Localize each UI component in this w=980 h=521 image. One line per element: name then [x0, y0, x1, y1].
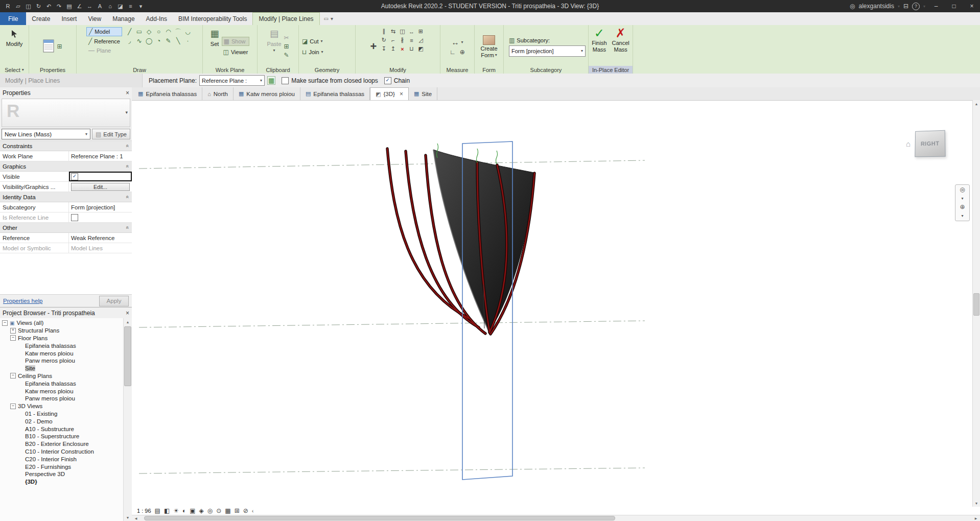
tree-item[interactable]: Epifaneia thalassas: [0, 380, 124, 387]
search-icon[interactable]: ◎: [850, 3, 855, 10]
aligned-dimension-tool-icon[interactable]: ⊕: [460, 49, 465, 56]
default-3d-view-icon[interactable]: ⌂: [105, 2, 115, 11]
make-surface-checkbox[interactable]: [282, 77, 289, 84]
open-icon[interactable]: ▱: [13, 2, 23, 11]
delete-icon[interactable]: ×: [398, 44, 407, 53]
offset-icon[interactable]: ⇆: [388, 27, 398, 36]
collapse-icon[interactable]: ‹: [252, 508, 254, 514]
redo-icon[interactable]: ↷: [54, 2, 64, 11]
tree-item[interactable]: 02 - Demo: [0, 417, 124, 425]
measure-button[interactable]: ↔ ▾: [450, 37, 464, 47]
polygon-icon[interactable]: ◇: [144, 27, 154, 36]
expander-plus-icon[interactable]: +: [10, 328, 16, 334]
tree-item[interactable]: 01 - Existing: [0, 410, 124, 418]
finish-mass-button[interactable]: ✓ FinishMass: [592, 27, 606, 66]
property-value[interactable]: Reference Plane : 1: [69, 151, 132, 161]
match-type-icon[interactable]: ✎: [284, 52, 289, 59]
property-value[interactable]: ✓: [69, 172, 132, 181]
view-tab--3d-[interactable]: ◩{3D}×: [370, 87, 409, 100]
chain-checkbox[interactable]: ✓: [384, 77, 391, 84]
rectangle-icon[interactable]: ▭: [134, 27, 144, 36]
expander-minus-icon[interactable]: −: [2, 320, 8, 326]
shadows-icon[interactable]: ◐: [182, 507, 186, 514]
array-icon[interactable]: ≡: [407, 36, 416, 44]
ribbon-tab-view[interactable]: View: [82, 12, 107, 25]
expander-minus-icon[interactable]: −: [10, 404, 16, 409]
collapse-chevron-icon[interactable]: «: [125, 226, 131, 229]
help-caret-icon[interactable]: ▾: [923, 4, 925, 9]
align-icon[interactable]: ∥: [379, 27, 388, 36]
vertical-scrollbar[interactable]: ▲ ▼: [972, 100, 980, 507]
tree-item[interactable]: Site: [0, 365, 124, 372]
properties-section[interactable]: Identity Data«: [0, 192, 132, 202]
scroll-right-icon[interactable]: ▶: [973, 515, 979, 521]
zoom-icon[interactable]: ⊕: [960, 204, 965, 210]
visual-style-icon[interactable]: ◧: [164, 507, 170, 514]
scrollbar-thumb[interactable]: [124, 326, 131, 386]
unpin-icon[interactable]: ↥: [388, 44, 398, 53]
center-ends-arc-icon[interactable]: ⌒: [173, 27, 183, 36]
drawing-canvas[interactable]: ⌂ RIGHT ◎▾⊕▾: [132, 101, 973, 506]
paste-button[interactable]: ▤ Paste ▾: [267, 27, 281, 66]
ribbon-tab-add-ins[interactable]: Add-Ins: [141, 12, 173, 25]
aligned-dimension-icon[interactable]: ↔: [85, 2, 95, 11]
properties-section[interactable]: Graphics«: [0, 161, 132, 172]
rotate-icon[interactable]: ↻: [379, 36, 388, 44]
tree-item[interactable]: Katw meros ploiou: [0, 349, 124, 357]
type-preview[interactable]: R ▾: [2, 99, 130, 127]
temporary-hide-isolate-icon[interactable]: ◎: [207, 507, 213, 514]
tree-item[interactable]: Panw meros ploiou: [0, 395, 124, 402]
join-geometry-icon[interactable]: ⊔: [407, 44, 416, 53]
show-workplane-button[interactable]: ▦Show: [222, 37, 250, 46]
fillet-arc-icon[interactable]: ◞: [125, 36, 134, 45]
cut-to-clipboard-icon[interactable]: ✂: [284, 34, 289, 41]
section-icon[interactable]: ◪: [115, 2, 125, 11]
circle-icon[interactable]: ○: [154, 27, 164, 36]
family-types-icon[interactable]: ⊞: [57, 43, 62, 50]
properties-close-icon[interactable]: ×: [126, 89, 129, 97]
scroll-up-icon[interactable]: ▲: [973, 100, 980, 107]
collapse-chevron-icon[interactable]: «: [125, 196, 131, 199]
preview-caret-icon[interactable]: ▾: [125, 110, 128, 115]
trim-icon[interactable]: ⌐: [388, 36, 398, 44]
save-icon[interactable]: ◫: [24, 2, 33, 11]
property-value[interactable]: Edit...: [69, 182, 132, 192]
scale-icon[interactable]: ◿: [416, 36, 425, 44]
tangent-arc-icon[interactable]: ◡: [183, 27, 193, 36]
view-tab-epifaneia-thalassas[interactable]: ▤Epifaneia thalassas: [300, 87, 370, 100]
view-tab-site[interactable]: ▦Site: [409, 87, 437, 100]
tree-item[interactable]: B20 - Exterior Enclosure: [0, 440, 124, 448]
ribbon-collapse-icon[interactable]: ▾: [331, 16, 333, 21]
displaced-elements-icon[interactable]: ⊞: [235, 507, 240, 514]
edit-button[interactable]: Edit...: [71, 183, 130, 191]
apply-button[interactable]: Apply: [99, 296, 129, 306]
type-selector-dropdown[interactable]: New Lines (Mass) ▾: [2, 129, 90, 139]
point-icon[interactable]: ·: [183, 36, 193, 45]
tree-item[interactable]: −3D Views: [0, 402, 124, 410]
tree-item[interactable]: A10 - Substructure: [0, 425, 124, 433]
constraints-icon[interactable]: ⊘: [243, 507, 248, 514]
viewcube-home-icon[interactable]: ⌂: [906, 139, 911, 148]
crop-view-icon[interactable]: ▣: [190, 507, 195, 514]
measure-icon[interactable]: ∠: [75, 2, 84, 11]
thin-lines-icon[interactable]: ≡: [126, 2, 135, 11]
text-icon[interactable]: A: [95, 2, 105, 11]
tree-item[interactable]: Perspective 3D: [0, 470, 124, 478]
ribbon-tab-create[interactable]: Create: [26, 12, 56, 25]
viewcube[interactable]: RIGHT: [915, 130, 945, 157]
close-button[interactable]: ×: [965, 1, 979, 12]
move-icon[interactable]: ↔: [407, 27, 416, 36]
properties-section[interactable]: Constraints«: [0, 141, 132, 151]
copy-icon[interactable]: ⊞: [416, 27, 425, 36]
ellipse-icon[interactable]: ◯: [144, 36, 154, 45]
app-r-icon[interactable]: R: [3, 2, 13, 11]
copy-to-clipboard-icon[interactable]: ⊞: [284, 43, 289, 50]
workplane-viewer-button[interactable]: ◫Viewer: [222, 48, 250, 56]
mirror-icon[interactable]: ◫: [398, 27, 407, 36]
draw-tool-model[interactable]: ╱Model: [86, 27, 122, 36]
scroll-down-icon[interactable]: ▼: [973, 500, 980, 507]
horizontal-scrollbar-thumb[interactable]: [144, 516, 615, 520]
vertical-scrollbar-thumb[interactable]: [973, 293, 979, 316]
partial-ellipse-icon[interactable]: ◔: [154, 36, 164, 45]
set-workplane-button[interactable]: ▦ Set: [211, 27, 219, 66]
